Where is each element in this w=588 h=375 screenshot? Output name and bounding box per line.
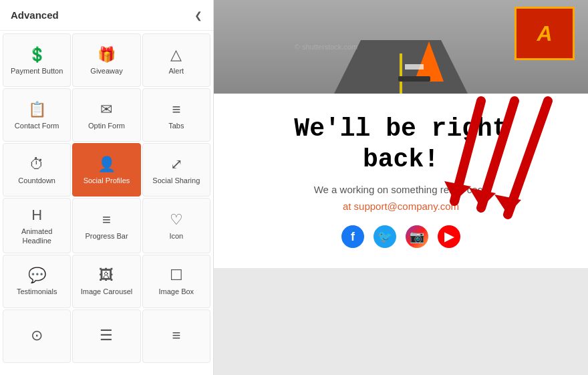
widget-alert[interactable]: △Alert — [142, 33, 210, 87]
widget-tabs[interactable]: ≡Tabs — [142, 88, 210, 142]
widget-animated-headline[interactable]: HAnimated Headline — [3, 198, 71, 253]
top-banner-image: A © shutterstock.com — [214, 0, 588, 94]
widget-giveaway[interactable]: 🎁Giveaway — [72, 33, 140, 87]
social-profiles-icon: 👤 — [98, 157, 116, 172]
traffic-cone — [414, 41, 444, 82]
facebook-icon[interactable]: f — [341, 225, 364, 248]
image-carousel-label: Image Carousel — [81, 287, 133, 296]
widget-widget-b[interactable]: ☰ — [72, 309, 140, 363]
widget-widget-c[interactable]: ≡ — [142, 309, 210, 363]
svg-line-4 — [508, 101, 548, 215]
road-scene: A © shutterstock.com — [214, 0, 588, 94]
coming-soon-section: We'll be right back! We a working on som… — [214, 94, 588, 268]
image-box-label: Image Box — [159, 287, 194, 296]
widget-optin-form[interactable]: ✉Optin Form — [72, 88, 140, 142]
alert-label: Alert — [169, 66, 184, 76]
animated-headline-label: Animated Headline — [9, 227, 65, 246]
contact-form-icon: 📋 — [28, 102, 46, 117]
widget-grid: 💲Payment Button🎁Giveaway△Alert📋Contact F… — [0, 31, 213, 366]
progress-bar-icon: ≡ — [102, 213, 111, 227]
progress-bar-label: Progress Bar — [85, 231, 128, 241]
watermark: © shutterstock.com — [295, 43, 357, 51]
social-sharing-icon: ⤢ — [170, 157, 182, 172]
testimonials-label: Testimonials — [17, 287, 57, 296]
tabs-icon: ≡ — [172, 102, 180, 117]
contact-form-label: Contact Form — [15, 121, 59, 130]
panel-header: Advanced ❮ — [0, 0, 213, 31]
animated-headline-icon: H — [31, 208, 42, 223]
widget-social-profiles[interactable]: 👤Social Profiles — [72, 143, 140, 197]
optin-form-label: Optin Form — [88, 121, 125, 130]
email-prefix: at — [343, 201, 354, 212]
widget-payment-button[interactable]: 💲Payment Button — [3, 33, 71, 87]
twitter-icon[interactable]: 🐦 — [374, 225, 396, 248]
social-profiles-label: Social Profiles — [84, 176, 130, 185]
widget-countdown[interactable]: ⏱Countdown — [3, 143, 71, 197]
testimonials-icon: 💬 — [28, 268, 46, 283]
instagram-icon[interactable]: 📷 — [406, 225, 428, 248]
optin-form-icon: ✉ — [100, 102, 112, 117]
widget-widget-a[interactable]: ⊙ — [3, 309, 71, 363]
right-panel: A © shutterstock.com We'll be right back… — [214, 0, 588, 375]
panel-collapse-icon[interactable]: ❮ — [194, 10, 202, 21]
tabs-label: Tabs — [168, 121, 184, 130]
social-sharing-label: Social Sharing — [152, 176, 200, 185]
svg-marker-5 — [494, 195, 521, 215]
widget-testimonials[interactable]: 💬Testimonials — [3, 255, 71, 308]
giveaway-label: Giveaway — [90, 66, 122, 76]
alert-icon: △ — [170, 47, 182, 62]
headline-line1: We'll be right — [294, 114, 507, 143]
headline: We'll be right back! — [294, 114, 507, 174]
countdown-icon: ⏱ — [29, 157, 44, 172]
payment-button-label: Payment Button — [11, 66, 63, 76]
youtube-icon[interactable]: ▶ — [438, 225, 460, 248]
countdown-label: Countdown — [18, 176, 55, 185]
widget-a-icon: ⊙ — [31, 328, 43, 343]
left-panel: Advanced ❮ 💲Payment Button🎁Giveaway△Aler… — [0, 0, 214, 375]
image-box-icon: ☐ — [170, 268, 183, 283]
email-link[interactable]: at support@company.com — [343, 201, 459, 212]
widget-social-sharing[interactable]: ⤢Social Sharing — [142, 143, 210, 197]
letter-block: A — [514, 7, 575, 60]
email-address[interactable]: support@company.com — [354, 201, 460, 212]
image-carousel-icon: 🖼 — [99, 268, 114, 283]
giveaway-icon: 🎁 — [98, 47, 116, 62]
widget-image-carousel[interactable]: 🖼Image Carousel — [72, 255, 140, 308]
widget-b-icon: ☰ — [100, 328, 113, 343]
widget-contact-form[interactable]: 📋Contact Form — [3, 88, 71, 142]
panel-title: Advanced — [11, 9, 59, 21]
social-icons-row: f 🐦 📷 ▶ — [341, 225, 460, 248]
widget-c-icon: ≡ — [172, 328, 180, 343]
subtext: We a working on something really cool. — [314, 184, 488, 195]
widget-image-box[interactable]: ☐Image Box — [142, 255, 210, 308]
headline-line2: back! — [363, 145, 439, 174]
icon-icon: ♡ — [170, 213, 183, 227]
widget-progress-bar[interactable]: ≡Progress Bar — [72, 198, 140, 253]
payment-button-icon: 💲 — [28, 47, 46, 62]
widget-icon[interactable]: ♡Icon — [142, 198, 210, 253]
road-line — [400, 53, 402, 94]
icon-label: Icon — [169, 231, 183, 241]
